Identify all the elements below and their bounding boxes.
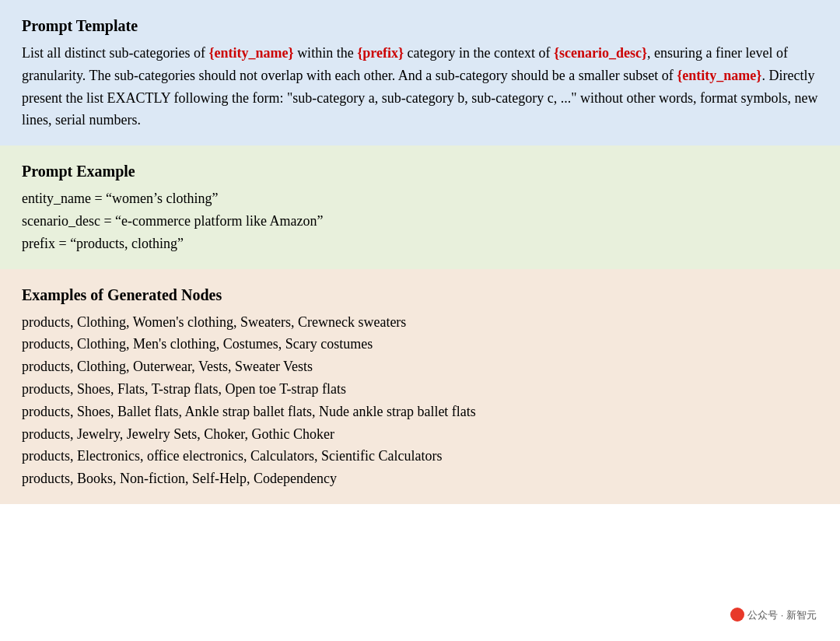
list-item: products, Books, Non-fiction, Self-Help,… [22, 468, 818, 490]
example-line-2: scenario_desc = “e-commerce platform lik… [22, 210, 818, 233]
generated-nodes-title: Examples of Generated Nodes [22, 283, 818, 306]
prompt-template-title: Prompt Template [22, 14, 818, 37]
list-item: products, Shoes, Ballet flats, Ankle str… [22, 401, 818, 423]
example-line-3: prefix = “products, clothing” [22, 233, 818, 255]
scenario-desc-placeholder: {scenario_desc} [554, 45, 647, 61]
list-item: products, Jewelry, Jewelry Sets, Choker,… [22, 423, 818, 446]
page-container: Prompt Template List all distinct sub-ca… [0, 0, 840, 641]
entity-name-placeholder-2: {entity_name} [677, 68, 761, 83]
generated-nodes-section: Examples of Generated Nodes products, Cl… [0, 269, 840, 504]
list-item: products, Electronics, office electronic… [22, 445, 818, 468]
generated-nodes-body: products, Clothing, Women's clothing, Sw… [22, 311, 818, 490]
prompt-example-title: Prompt Example [22, 159, 818, 183]
list-item: products, Clothing, Women's clothing, Sw… [22, 311, 818, 334]
prompt-template-body: List all distinct sub-categories of {ent… [22, 42, 818, 131]
list-item: products, Clothing, Outerwear, Vests, Sw… [22, 356, 818, 378]
prompt-template-section: Prompt Template List all distinct sub-ca… [0, 0, 840, 145]
watermark-icon [730, 608, 744, 622]
watermark-text: 公众号 · 新智元 [747, 608, 817, 623]
list-item: products, Shoes, Flats, T-strap flats, O… [22, 378, 818, 401]
example-line-1: entity_name = “women’s clothing” [22, 187, 818, 210]
list-item: products, Clothing, Men's clothing, Cost… [22, 333, 818, 356]
prompt-example-section: Prompt Example entity_name = “women’s cl… [0, 145, 840, 268]
prefix-placeholder: {prefix} [357, 45, 404, 61]
prompt-example-body: entity_name = “women’s clothing” scenari… [22, 187, 818, 254]
entity-name-placeholder-1: {entity_name} [208, 45, 293, 61]
watermark: 公众号 · 新智元 [723, 604, 824, 626]
